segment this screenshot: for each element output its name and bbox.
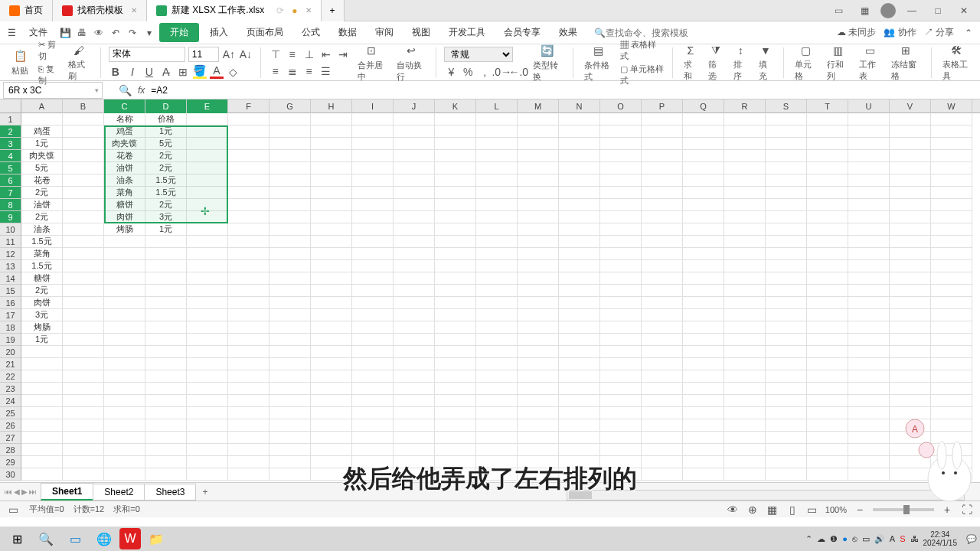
cell[interactable] [600, 248, 642, 260]
cell[interactable]: 烤肠 [21, 321, 63, 334]
cell[interactable] [63, 272, 104, 285]
cell[interactable] [642, 126, 683, 138]
cell[interactable] [104, 468, 145, 481]
row-header-11[interactable]: 11 [0, 236, 21, 248]
cell[interactable] [476, 419, 518, 432]
cell[interactable] [270, 407, 311, 419]
cell[interactable] [187, 187, 228, 199]
rowcol-button[interactable]: ▥行和列 [824, 44, 851, 82]
cell[interactable] [311, 456, 352, 468]
cell[interactable] [270, 346, 311, 358]
cell[interactable] [890, 272, 931, 285]
cell[interactable] [476, 334, 518, 346]
cell[interactable] [724, 395, 766, 407]
cell[interactable] [931, 321, 972, 334]
cell[interactable] [476, 272, 518, 285]
edge-icon[interactable]: 🌐 [90, 528, 118, 549]
cell[interactable] [145, 346, 187, 358]
tray-icon[interactable]: S [900, 534, 905, 543]
cell[interactable] [848, 150, 890, 162]
cell[interactable] [683, 272, 724, 285]
cell[interactable]: 鸡蛋 [104, 126, 145, 138]
cell[interactable] [807, 432, 848, 444]
cell[interactable] [931, 236, 972, 248]
cell[interactable] [890, 432, 931, 444]
cell[interactable] [104, 346, 145, 358]
cell[interactable] [476, 444, 518, 456]
col-header-H[interactable]: H [311, 99, 352, 113]
cell[interactable] [807, 199, 848, 211]
cell[interactable] [435, 248, 476, 260]
cell[interactable] [311, 223, 352, 236]
explorer-icon[interactable]: ▭ [61, 528, 89, 549]
cell[interactable] [435, 138, 476, 150]
cell[interactable] [848, 248, 890, 260]
cell[interactable] [352, 248, 394, 260]
cell[interactable] [270, 309, 311, 321]
cell[interactable] [931, 150, 972, 162]
cell[interactable] [848, 309, 890, 321]
cell[interactable] [683, 150, 724, 162]
cell[interactable] [311, 407, 352, 419]
cell[interactable] [807, 444, 848, 456]
cell[interactable] [270, 162, 311, 174]
cell[interactable] [311, 346, 352, 358]
cell[interactable] [187, 309, 228, 321]
cell[interactable] [476, 162, 518, 174]
close-button[interactable]: ✕ [954, 3, 974, 18]
cell[interactable] [394, 432, 435, 444]
cell[interactable] [642, 260, 683, 272]
cell[interactable] [518, 187, 559, 199]
row-header-5[interactable]: 5 [0, 162, 21, 174]
cell[interactable] [600, 444, 642, 456]
cell[interactable] [931, 211, 972, 223]
cell[interactable] [145, 297, 187, 309]
cell[interactable] [63, 346, 104, 358]
cell[interactable] [518, 260, 559, 272]
cell[interactable] [807, 236, 848, 248]
cell[interactable] [311, 419, 352, 432]
cell[interactable] [642, 407, 683, 419]
cell[interactable] [600, 199, 642, 211]
new-tab-button[interactable]: + [322, 0, 345, 21]
cell[interactable] [559, 395, 600, 407]
cell[interactable] [228, 383, 270, 395]
cell[interactable] [352, 211, 394, 223]
tray-icon[interactable]: ⎋ [852, 534, 858, 543]
cell[interactable] [600, 223, 642, 236]
cell[interactable]: 1元 [21, 138, 63, 150]
cell[interactable] [104, 272, 145, 285]
col-header-E[interactable]: E [187, 99, 228, 113]
cell[interactable] [311, 272, 352, 285]
tray-up-icon[interactable]: ⌃ [805, 534, 812, 544]
cell[interactable] [890, 407, 931, 419]
cell[interactable] [518, 297, 559, 309]
cell[interactable] [600, 297, 642, 309]
cell[interactable] [766, 211, 807, 223]
row-header-23[interactable]: 23 [0, 383, 21, 395]
close-icon[interactable]: ✕ [305, 6, 312, 15]
cell[interactable] [435, 285, 476, 297]
cell[interactable] [21, 444, 63, 456]
cell[interactable] [931, 419, 972, 432]
cell[interactable] [683, 444, 724, 456]
undo-icon[interactable]: ↶ [109, 26, 122, 40]
cell[interactable] [724, 199, 766, 211]
cell[interactable] [394, 395, 435, 407]
decrease-font-icon[interactable]: A↓ [239, 47, 253, 61]
cell[interactable]: 2元 [21, 211, 63, 223]
cell[interactable] [145, 444, 187, 456]
cell[interactable] [724, 236, 766, 248]
cell[interactable] [21, 407, 63, 419]
cell[interactable] [311, 370, 352, 383]
cell[interactable] [807, 321, 848, 334]
col-header-A[interactable]: A [21, 99, 63, 113]
cell[interactable] [807, 383, 848, 395]
cell[interactable] [642, 223, 683, 236]
sheet-tab-1[interactable]: Sheet1 [41, 483, 93, 500]
cell[interactable] [642, 236, 683, 248]
cell[interactable] [890, 468, 931, 481]
cell[interactable] [352, 187, 394, 199]
row-header-13[interactable]: 13 [0, 260, 21, 272]
cell[interactable] [187, 407, 228, 419]
